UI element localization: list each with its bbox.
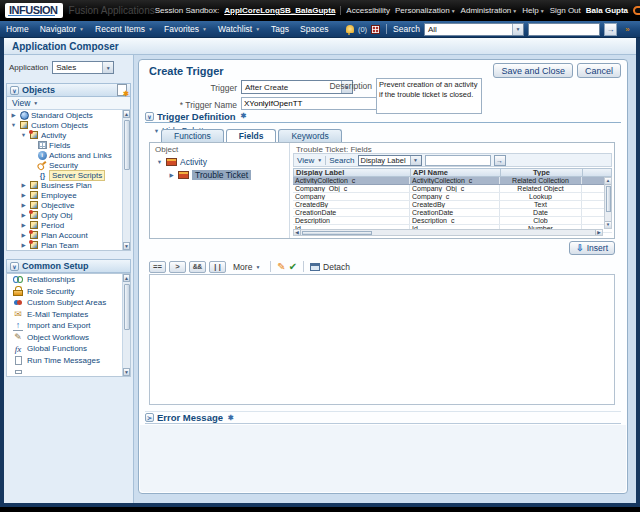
common-list-scrollbar[interactable]: ▲▼ <box>122 274 130 376</box>
tree-item-employee[interactable]: ▶Employee <box>7 190 130 200</box>
scrollbar-thumb[interactable] <box>606 186 611 212</box>
session-sandbox-link[interactable]: ApplCoreLongSB_BalaGupta <box>224 6 335 15</box>
tab-functions[interactable]: Functions <box>161 129 224 142</box>
scroll-up-icon[interactable]: ▲ <box>123 110 130 118</box>
nav-item-recent-items[interactable]: Recent Items▼ <box>95 24 153 34</box>
collapse-icon[interactable]: ∨ <box>145 112 154 121</box>
calendar-grid-icon[interactable] <box>371 25 380 34</box>
expand-icon[interactable]: ▶ <box>20 242 27 248</box>
cancel-button[interactable]: Cancel <box>577 63 621 78</box>
chat-bubble-icon[interactable] <box>633 6 640 15</box>
tree-item-business-plan[interactable]: ▶Business Plan <box>7 180 130 190</box>
nav-item-favorites[interactable]: Favorites▼ <box>164 24 207 34</box>
nav-item-spaces[interactable]: Spaces <box>300 24 328 34</box>
fields-search-go-button[interactable]: → <box>494 155 506 166</box>
search-by-select[interactable]: Display Label ▼ <box>358 155 422 166</box>
nav-item-home[interactable]: Home <box>6 24 29 34</box>
advanced-search-icon[interactable]: » <box>621 23 634 36</box>
collapse-icon[interactable]: ∨ <box>10 86 19 95</box>
expand-icon[interactable]: ≻ <box>145 413 154 422</box>
table-row[interactable]: CreationDateCreationDateDate <box>293 209 612 217</box>
table-row[interactable]: DescriptionDescription_cClob <box>293 217 612 225</box>
scroll-up-icon[interactable]: ▲ <box>605 178 611 185</box>
tree-item-actions-and-links[interactable]: iActions and Links <box>7 150 130 160</box>
operator-or-button[interactable]: || <box>209 261 226 273</box>
table-row[interactable]: Company_Obj_cCompany_Obj_cRelated Object <box>293 185 612 193</box>
trigger-name-input[interactable] <box>241 97 379 110</box>
collapse-icon[interactable]: ▼ <box>20 132 27 138</box>
operator-equals-button[interactable]: == <box>149 261 166 273</box>
save-and-close-button[interactable]: Save and Close <box>493 63 573 78</box>
eraser-icon[interactable]: ✎ <box>277 261 285 272</box>
scroll-right-icon[interactable]: ▶ <box>595 230 602 235</box>
scroll-up-icon[interactable]: ▲ <box>123 274 130 282</box>
list-item-import-and-export[interactable]: ↑Import and Export <box>7 320 130 332</box>
collapse-icon[interactable]: ∨ <box>10 262 19 271</box>
tab-keywords[interactable]: Keywords <box>278 129 341 142</box>
global-search-input[interactable] <box>528 23 600 36</box>
description-textarea[interactable]: Prevent creation of an activity if the t… <box>376 78 482 114</box>
expand-icon[interactable]: ▶ <box>20 232 27 238</box>
application-select[interactable]: Sales ▼ <box>52 61 114 74</box>
column-header-api-name[interactable]: API Name <box>411 169 501 176</box>
tree-scrollbar[interactable]: ▲▼ <box>122 110 130 250</box>
scrollbar-thumb[interactable] <box>124 284 130 330</box>
operator-and-button[interactable]: && <box>189 261 206 273</box>
section-help-icon[interactable]: ✱ <box>241 112 247 120</box>
list-item-run-time-messages[interactable]: Run Time Messages <box>7 355 130 367</box>
column-header-type[interactable]: Type <box>501 169 583 176</box>
script-editor-area[interactable] <box>149 274 615 405</box>
search-scope-select[interactable]: All ▼ <box>424 23 524 36</box>
tree-item-objective[interactable]: ▶Objective <box>7 200 130 210</box>
scrollbar-thumb[interactable] <box>302 231 372 235</box>
expand-icon[interactable]: ▶ <box>20 192 27 198</box>
list-item-custom-subject-areas[interactable]: Custom Subject Areas <box>7 297 130 309</box>
notifications-bell-icon[interactable] <box>346 25 354 33</box>
collapse-icon[interactable]: ▼ <box>156 159 163 165</box>
scroll-left-icon[interactable]: ◀ <box>294 230 301 235</box>
table-row[interactable]: CompanyCompany_cLookup <box>293 193 612 201</box>
nav-item-tags[interactable]: Tags <box>271 24 289 34</box>
scrollbar-thumb[interactable] <box>124 120 130 170</box>
tree-item-fields[interactable]: Fields <box>7 140 130 150</box>
list-item-role-security[interactable]: Role Security <box>7 286 130 298</box>
tree-item-security[interactable]: Security <box>7 160 130 170</box>
palette-node-activity[interactable]: ▼ Activity <box>156 157 207 167</box>
tree-item-custom-objects[interactable]: ▼Custom Objects <box>7 120 130 130</box>
expand-icon[interactable]: ▶ <box>20 222 27 228</box>
expand-icon[interactable]: ▶ <box>10 112 17 118</box>
tree-item-activity[interactable]: ▼Activity <box>7 130 130 140</box>
expand-icon[interactable]: ▶ <box>168 172 175 178</box>
tree-item-plan-account[interactable]: ▶Plan Account <box>7 230 130 240</box>
section-help-icon[interactable]: ✱ <box>228 414 234 422</box>
view-menu[interactable]: View▼ <box>297 156 322 165</box>
tab-fields[interactable]: Fields <box>226 129 277 142</box>
scroll-down-icon[interactable]: ▼ <box>605 221 611 228</box>
tree-item-standard-objects[interactable]: ▶Standard Objects <box>7 110 130 120</box>
nav-item-navigator[interactable]: Navigator▼ <box>40 24 84 34</box>
objects-view-menu[interactable]: View ▼ <box>6 97 131 110</box>
administration-menu[interactable]: Administration▼ <box>461 6 518 15</box>
more-menu[interactable]: More▼ <box>233 262 260 272</box>
validate-icon[interactable]: ✔ <box>289 261 297 272</box>
expand-icon[interactable]: ▶ <box>20 212 27 218</box>
search-go-button[interactable]: → <box>604 23 617 36</box>
expand-icon[interactable]: ▶ <box>20 182 27 188</box>
table-row[interactable]: CreatedByCreatedByText <box>293 201 612 209</box>
nav-item-watchlist[interactable]: Watchlist▼ <box>218 24 260 34</box>
table-horizontal-scrollbar[interactable]: ◀▶ <box>293 229 603 236</box>
list-item-relationships[interactable]: Relationships <box>7 274 130 286</box>
tree-item-plan-team[interactable]: ▶Plan Team <box>7 240 130 250</box>
operator-greater-button[interactable]: > <box>169 261 186 273</box>
list-item-email-templates[interactable]: ✉E-Mail Templates <box>7 309 130 321</box>
accessibility-link[interactable]: Accessibility <box>346 6 390 15</box>
table-row[interactable]: ActivityCollection_cActivityCollection_c… <box>293 177 612 185</box>
scroll-down-icon[interactable]: ▼ <box>123 242 130 250</box>
tree-item-period[interactable]: ▶Period <box>7 220 130 230</box>
tree-item-opty-obj[interactable]: ▶Opty Obj <box>7 210 130 220</box>
list-item-global-functions[interactable]: fxGlobal Functions <box>7 343 130 355</box>
table-vertical-scrollbar[interactable]: ▲▼ <box>604 177 612 229</box>
palette-node-trouble-ticket[interactable]: ▶ Trouble Ticket <box>168 170 251 180</box>
sign-out-link[interactable]: Sign Out <box>550 6 581 15</box>
insert-button[interactable]: ⇩ Insert <box>569 241 615 255</box>
